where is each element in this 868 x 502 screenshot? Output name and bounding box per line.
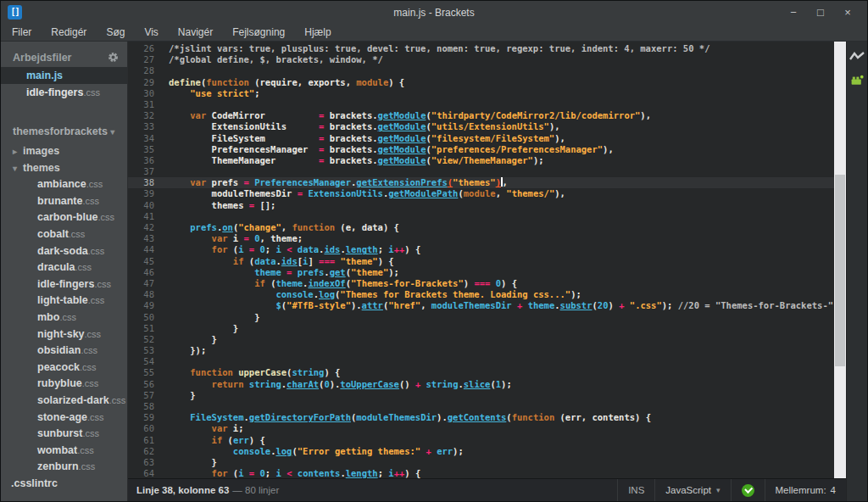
code-line[interactable]: 46 theme = prefs.get("theme"); (128, 267, 834, 278)
minimize-button[interactable]: − (784, 6, 803, 19)
code-line[interactable]: 34 FileSystem = brackets.getModule("file… (128, 133, 834, 144)
code-line[interactable]: 35 PreferencesManager = brackets.getModu… (128, 144, 834, 155)
tree-folder-themes[interactable]: ▾themes (1, 160, 127, 177)
tree-file-item[interactable]: zenburn.css (1, 459, 127, 476)
code-text: if (data.ids[i] === "theme") { (169, 256, 834, 267)
code-line[interactable]: 59 FileSystem.getDirectoryForPath(module… (128, 412, 834, 423)
code-text (169, 211, 834, 222)
live-preview-icon[interactable] (849, 50, 865, 64)
tree-file-item[interactable]: brunante.css (1, 193, 127, 210)
scrollbar-thumb[interactable] (835, 175, 845, 366)
working-file-item[interactable]: idle-fingers.css (1, 84, 127, 101)
code-line[interactable]: 31 (128, 99, 834, 110)
tree-file-item[interactable]: obsidian.css (1, 343, 127, 360)
project-name: themesforbrackets (13, 126, 108, 137)
code-editor[interactable]: 26/*jslint vars: true, plusplus: true, d… (128, 42, 834, 478)
code-line[interactable]: 40 themes = []; (128, 200, 834, 211)
code-line[interactable]: 53 }); (128, 345, 834, 356)
indent-setting[interactable]: Mellemrum: 4 (765, 479, 846, 501)
tree-file-item[interactable]: peacock.css (1, 360, 127, 376)
code-line[interactable]: 55 function upperCase(string) { (128, 367, 834, 378)
vertical-scrollbar[interactable] (834, 42, 846, 478)
code-line[interactable]: 64 for (i = 0; i < contents.length; i++)… (128, 468, 834, 478)
code-line[interactable]: 44 for (i = 0; i < data.ids.length; i++)… (128, 244, 834, 255)
file-extension: .css (85, 329, 102, 339)
tree-file-item[interactable]: cobalt.css (1, 226, 127, 243)
code-line[interactable]: 63 } (128, 457, 834, 468)
code-line[interactable]: 50 } (128, 312, 834, 323)
file-extension: .css (82, 196, 99, 206)
tree-file-item[interactable]: dark-soda.css (1, 243, 127, 260)
code-line[interactable]: 58 (128, 401, 834, 412)
menu-item[interactable]: Fejlsøgning (232, 26, 285, 38)
code-line[interactable]: 42 prefs.on("change", function (e, data)… (128, 222, 834, 233)
menu-item[interactable]: Redigér (51, 26, 86, 38)
code-line[interactable]: 38 var prefs = PreferencesManager.getExt… (128, 177, 834, 188)
code-line[interactable]: 29define(function (require, exports, mod… (128, 77, 834, 88)
file-name: peacock (37, 361, 80, 373)
tree-file-item[interactable]: mbo.css (1, 310, 127, 326)
code-line[interactable]: 47 if (theme.indexOf("Themes-for-Bracket… (128, 278, 834, 289)
code-line[interactable]: 41 (128, 211, 834, 222)
code-line[interactable]: 49 $("#TfB-style").attr("href", moduleTh… (128, 300, 834, 311)
file-name: main.js (26, 70, 63, 81)
chevron-collapsed-icon: ▸ (13, 143, 23, 160)
menu-item[interactable]: Filer (12, 26, 31, 38)
code-line[interactable]: 33 ExtensionUtils = brackets.getModule("… (128, 121, 834, 132)
code-line[interactable]: 45 if (data.ids[i] === "theme") { (128, 256, 834, 267)
menu-item[interactable]: Vis (144, 26, 158, 38)
code-line[interactable]: 51 } (128, 323, 834, 334)
tree-file-item[interactable]: stone-age.css (1, 410, 127, 427)
code-line[interactable]: 37 (128, 166, 834, 177)
line-number: 35 (128, 144, 169, 155)
project-tree: ▸images▾themesambiance.cssbrunante.cssca… (1, 143, 127, 492)
tree-file-item[interactable]: ambiance.css (1, 176, 127, 193)
tree-file-item[interactable]: rubyblue.css (1, 376, 127, 393)
line-number: 48 (128, 289, 169, 300)
tree-file-item[interactable]: .csslintrc (1, 476, 127, 493)
menu-item[interactable]: Søg (106, 26, 125, 38)
gear-icon[interactable] (107, 51, 120, 64)
code-line[interactable]: 60 var i; (128, 423, 834, 434)
project-dropdown[interactable]: themesforbrackets ▾ (1, 123, 127, 143)
line-number: 57 (128, 390, 169, 401)
line-number: 50 (128, 312, 169, 323)
code-line[interactable]: 62 console.log("Error getting themes:" +… (128, 446, 834, 457)
code-line[interactable]: 27/*global define, $, brackets, window, … (128, 54, 834, 65)
code-line[interactable]: 57 } (128, 390, 834, 401)
code-line[interactable]: 54 (128, 356, 834, 367)
code-line[interactable]: 48 console.log("Themes for Brackets them… (128, 289, 834, 300)
tree-file-item[interactable]: light-table.css (1, 293, 127, 310)
menu-item[interactable]: Navigér (178, 26, 213, 38)
extension-manager-icon[interactable] (849, 74, 865, 87)
code-line[interactable]: 36 ThemeManager = brackets.getModule("vi… (128, 155, 834, 166)
code-line[interactable]: 26/*jslint vars: true, plusplus: true, d… (128, 43, 834, 54)
code-line[interactable]: 30 "use strict"; (128, 88, 834, 99)
code-line[interactable]: 52 } (128, 334, 834, 345)
tree-folder-images[interactable]: ▸images (1, 143, 127, 160)
tree-file-item[interactable]: idle-fingers.css (1, 276, 127, 293)
code-line[interactable]: 32 var CodeMirror = brackets.getModule("… (128, 110, 834, 121)
menu-item[interactable]: Hjælp (304, 26, 331, 38)
working-file-item[interactable]: main.js (1, 67, 127, 84)
code-line[interactable]: 28 (128, 65, 834, 76)
file-extension: .css (82, 378, 99, 388)
code-line[interactable]: 39 moduleThemesDir = ExtensionUtils.getM… (128, 188, 834, 199)
tree-file-item[interactable]: dracula.css (1, 259, 127, 276)
lint-status[interactable] (732, 479, 765, 501)
file-name: solarized-dark (37, 394, 109, 406)
tree-file-item[interactable]: night-sky.css (1, 326, 127, 343)
close-button[interactable]: × (838, 6, 857, 19)
maximize-button[interactable]: □ (811, 6, 830, 19)
insert-mode-indicator[interactable]: INS (618, 479, 654, 501)
code-line[interactable]: 43 var i = 0, theme; (128, 233, 834, 244)
code-line[interactable]: 61 if (err) { (128, 435, 834, 446)
code-text: var i; (169, 423, 834, 434)
cursor-position: Linje 38, kolonne 63 (136, 485, 229, 495)
tree-file-item[interactable]: wombat.css (1, 443, 127, 460)
tree-file-item[interactable]: sunburst.css (1, 426, 127, 443)
tree-file-item[interactable]: solarized-dark.css (1, 393, 127, 410)
tree-file-item[interactable]: carbon-blue.css (1, 209, 127, 226)
language-selector[interactable]: JavaScript ▾ (655, 479, 730, 501)
code-line[interactable]: 56 return string.charAt(0).toUpperCase()… (128, 379, 834, 390)
